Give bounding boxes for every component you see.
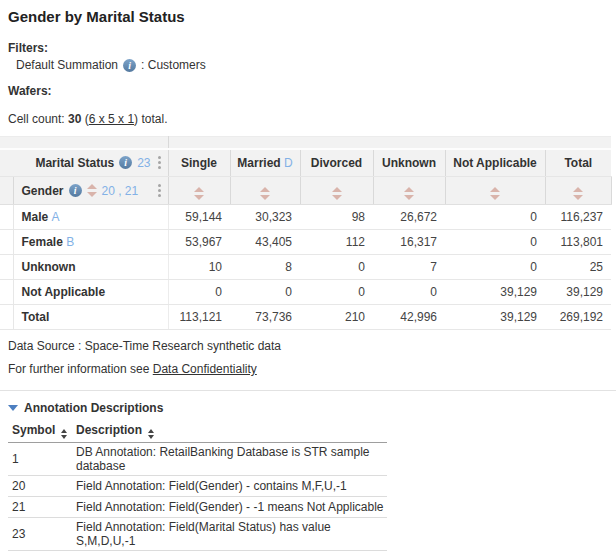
sort-down-icon [194, 195, 204, 200]
value-cell: 0 [230, 280, 300, 305]
annotation-row: 20Field Annotation: Field(Gender) - cont… [8, 475, 387, 496]
annotation-link[interactable]: A [52, 210, 60, 224]
row-label-cell: Unknown [13, 255, 168, 280]
sort-up-icon [148, 429, 154, 433]
annotation-row: 1DB Annotation: RetailBanking Database i… [8, 442, 387, 475]
sort-up-icon [404, 187, 414, 192]
sort-down-icon [148, 435, 154, 439]
annotation-header-row: SymbolDescription [8, 421, 387, 442]
annotation-description-header[interactable]: Description [72, 421, 387, 442]
annotation-link[interactable]: 20 , 21 [102, 184, 139, 198]
symbol-sort-icon[interactable] [61, 429, 67, 439]
col-dimension: Gender20 , 21 [14, 182, 168, 199]
column-sort-icon[interactable] [573, 187, 583, 200]
column-header-married[interactable]: Married D [230, 149, 300, 177]
column-sort-unknown[interactable] [373, 177, 445, 205]
column-sort-married[interactable] [230, 177, 300, 205]
sort-down-icon [332, 195, 342, 200]
annotation-descriptions-title: Annotation Descriptions [24, 401, 163, 415]
column-sort-icon[interactable] [404, 187, 414, 200]
filter-name: Default Summation [16, 58, 118, 72]
cell-count-suffix: total. [141, 112, 167, 126]
column-sort-icon[interactable] [332, 187, 342, 200]
sort-up-icon [490, 187, 500, 192]
sort-up-icon [332, 187, 342, 192]
column-header-not-applicable[interactable]: Not Applicable [445, 149, 545, 177]
annotation-row: 21Field Annotation: Field(Gender) - -1 m… [8, 496, 387, 517]
column-sort-total[interactable] [545, 177, 611, 205]
crosstab-table: Marital Status23SingleMarried DDivorcedU… [0, 136, 612, 330]
dot [158, 184, 161, 187]
column-sort-not-applicable[interactable] [445, 177, 545, 205]
row-label-cell: Female B [13, 230, 168, 255]
annotation-row: 23Field Annotation: Field(Marital Status… [8, 517, 387, 550]
further-info-note: For further information see Data Confide… [8, 361, 608, 378]
data-confidentiality-link[interactable]: Data Confidentiality [153, 362, 257, 376]
value-cell: 43,405 [230, 230, 300, 255]
value-cell: 0 [445, 205, 545, 230]
dot [158, 189, 161, 192]
row-dimension-label: Marital Status [35, 156, 114, 170]
annotation-symbol-header[interactable]: Symbol [8, 421, 72, 442]
section-divider [0, 390, 616, 391]
annotation-descriptions-toggle[interactable]: Annotation Descriptions [8, 401, 608, 415]
cell-count-line: Cell count: 30 (6 x 5 x 1) total. [8, 112, 608, 126]
sort-down-icon [490, 195, 500, 200]
annotation-link[interactable]: D [284, 156, 293, 170]
row-dimension-menu-icon[interactable] [156, 154, 163, 171]
column-sort-icon[interactable] [260, 187, 270, 200]
sort-down-icon [573, 195, 583, 200]
dot [158, 161, 161, 164]
value-cell: 0 [445, 230, 545, 255]
value-cell: 42,996 [373, 305, 445, 330]
description-sort-icon[interactable] [148, 429, 154, 439]
column-header-label: Unknown [382, 156, 436, 170]
value-cell: 39,129 [445, 280, 545, 305]
annotation-table: SymbolDescription1DB Annotation: RetailB… [8, 421, 387, 553]
dot [158, 166, 161, 169]
annotation-description-cell: Field Annotation: Field(Marital Status) … [72, 517, 387, 550]
column-sort-icon[interactable] [194, 187, 204, 200]
row-sort-icon[interactable] [87, 184, 97, 197]
page-title: Gender by Marital Status [8, 8, 608, 25]
column-header-single[interactable]: Single [168, 149, 230, 177]
column-header-divorced[interactable]: Divorced [300, 149, 373, 177]
value-cell: 39,129 [445, 305, 545, 330]
row-label-cell: Total [13, 305, 168, 330]
value-cell: 59,144 [168, 205, 230, 230]
data-source-note: Data Source : Space-Time Research synthe… [8, 338, 608, 355]
column-header-label: Married [237, 156, 280, 170]
info-icon[interactable] [69, 184, 82, 197]
value-cell: 25 [545, 255, 611, 280]
sort-down-icon [404, 195, 414, 200]
column-header-unknown[interactable]: Unknown [373, 149, 445, 177]
value-cell: 73,736 [230, 305, 300, 330]
value-cell: 98 [300, 205, 373, 230]
annotation-symbol-cell: 23 [8, 517, 72, 550]
row-dimension-cell: Marital Status23 [0, 149, 168, 177]
info-icon[interactable] [119, 156, 132, 169]
table-spacer-row [0, 137, 611, 149]
info-icon[interactable] [123, 59, 136, 72]
col-dimension-menu-icon[interactable] [156, 182, 163, 199]
value-cell: 269,192 [545, 305, 611, 330]
column-sort-single[interactable] [168, 177, 230, 205]
row-gutter-cell [0, 255, 13, 280]
value-cell: 10 [168, 255, 230, 280]
column-sort-divorced[interactable] [300, 177, 373, 205]
annotation-symbol-cell: 21 [8, 496, 72, 517]
column-header-label: Divorced [311, 156, 362, 170]
value-cell: 7 [373, 255, 445, 280]
column-sort-icon[interactable] [490, 187, 500, 200]
value-cell: 0 [445, 255, 545, 280]
value-cell: 210 [300, 305, 373, 330]
dot [158, 194, 161, 197]
annotation-link[interactable]: 23 [137, 156, 150, 170]
column-header-label: Single [181, 156, 217, 170]
row-label: Female [22, 235, 63, 249]
annotation-link[interactable]: B [66, 235, 74, 249]
row-label: Male [22, 210, 49, 224]
wafers-heading: Wafers: [8, 84, 608, 98]
cell-count-link[interactable]: 6 x 5 x 1 [89, 112, 134, 126]
column-header-total[interactable]: Total [545, 149, 611, 177]
